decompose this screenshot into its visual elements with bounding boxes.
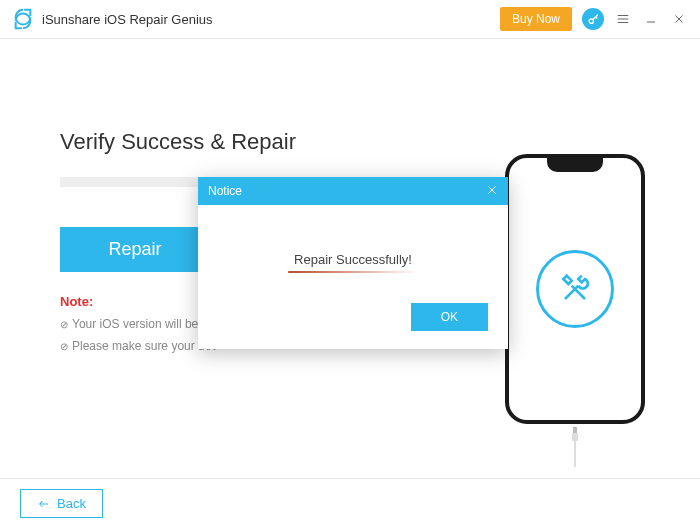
footer-bar: Back: [0, 478, 700, 528]
svg-rect-3: [574, 441, 576, 467]
buy-now-button[interactable]: Buy Now: [500, 7, 572, 31]
dialog-message: Repair Successfully!: [294, 252, 412, 267]
title-bar: iSunshare iOS Repair Genius Buy Now: [0, 0, 700, 38]
back-label: Back: [57, 496, 86, 511]
app-title: iSunshare iOS Repair Genius: [42, 12, 213, 27]
ok-button[interactable]: OK: [411, 303, 488, 331]
dialog-close-icon[interactable]: [486, 182, 498, 200]
menu-icon[interactable]: [614, 10, 632, 28]
svg-rect-1: [573, 427, 577, 433]
cable-icon: [570, 427, 580, 467]
tools-icon: [536, 250, 614, 328]
page-heading: Verify Success & Repair: [60, 129, 640, 155]
back-button[interactable]: Back: [20, 489, 103, 518]
message-underline: [288, 271, 418, 273]
phone-notch: [547, 158, 603, 172]
svg-point-0: [589, 18, 593, 22]
phone-illustration: [505, 154, 645, 424]
dialog-body: Repair Successfully!: [198, 205, 508, 293]
repair-button[interactable]: Repair: [60, 227, 210, 272]
key-icon-button[interactable]: [582, 8, 604, 30]
dialog-footer: OK: [198, 293, 508, 349]
svg-rect-2: [572, 433, 578, 441]
close-window-button[interactable]: [670, 10, 688, 28]
notice-dialog: Notice Repair Successfully! OK: [198, 177, 508, 349]
back-arrow-icon: [37, 498, 51, 510]
app-logo-icon: [12, 8, 34, 30]
minimize-button[interactable]: [642, 10, 660, 28]
dialog-title: Notice: [208, 184, 242, 198]
dialog-titlebar: Notice: [198, 177, 508, 205]
